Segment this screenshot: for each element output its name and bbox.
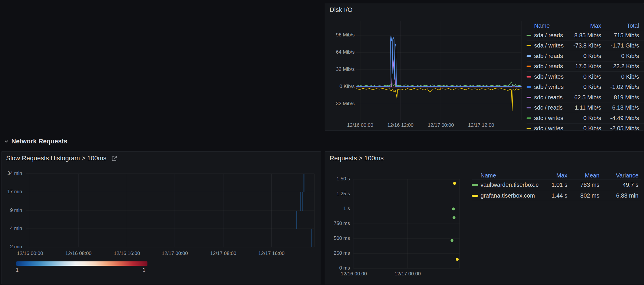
series-max-value: 8.85 Mib/s: [572, 32, 601, 39]
series-total-value: 6.13 Mib/s: [603, 104, 639, 111]
svg-text:12/17 16:00: 12/17 16:00: [258, 251, 285, 256]
series-color-marker: [527, 128, 534, 129]
legend-header-row: NameMaxMeanVariance: [472, 172, 641, 180]
scatter-point[interactable]: [453, 216, 455, 219]
svg-text:12/16 16:00: 12/16 16:00: [114, 251, 140, 256]
heatmap-color-scale: [16, 261, 147, 266]
series-color-marker: [527, 76, 534, 78]
legend-row: sdb / reads17.6 Kib/s22.2 Kib/s: [527, 61, 644, 72]
svg-text:17 min: 17 min: [7, 189, 22, 194]
svg-text:96 Mib/s: 96 Mib/s: [336, 32, 355, 38]
series-max-value: 1.11 Mib/s: [572, 104, 601, 111]
svg-text:12/16 00:00: 12/16 00:00: [17, 251, 43, 256]
series-color-marker: [527, 55, 534, 57]
svg-text:64 Mib/s: 64 Mib/s: [336, 49, 355, 55]
series-total-value: -1.02 Mib/s: [603, 84, 639, 90]
scatter-point[interactable]: [451, 239, 453, 242]
svg-text:500 ms: 500 ms: [334, 235, 350, 241]
series-total-value: 715 Mib/s: [603, 32, 639, 39]
svg-text:1.25 s: 1.25 s: [337, 191, 350, 196]
series-name[interactable]: sdc / reads: [534, 104, 570, 111]
svg-text:12/16 00:00: 12/16 00:00: [347, 122, 373, 128]
series-max-value: 17.6 Kib/s: [572, 63, 601, 70]
series-name[interactable]: sdc / writes: [534, 125, 570, 131]
series-name[interactable]: sdc / writes: [534, 115, 570, 122]
section-title: Network Requests: [11, 138, 67, 145]
legend-row: sda / writes-73.8 Kib/s-1.71 Gib/s: [527, 41, 644, 51]
series-total-value: -1.71 Gib/s: [603, 42, 639, 49]
legend-row: sdc / reads1.11 Mib/s6.13 Mib/s: [527, 103, 644, 113]
heatmap-cell: [300, 192, 301, 211]
series-name[interactable]: sdb / writes: [534, 73, 570, 80]
series-color-marker: [527, 97, 534, 98]
color-scale-min-label: 1: [16, 267, 19, 273]
series-name[interactable]: vaultwarden.tiserbox.com: [481, 182, 539, 188]
svg-text:12/16 00:00: 12/16 00:00: [341, 271, 367, 277]
legend-header-total[interactable]: Total: [603, 22, 639, 29]
requests-legend: NameMaxMeanVariancevaultwarden.tiserbox.…: [472, 172, 641, 201]
legend-header-name[interactable]: Name: [481, 172, 539, 179]
series-line-purple-reads-spike: [356, 56, 521, 87]
legend-row: sdc / writes0 Kib/s-4.49 Mib/s: [527, 113, 644, 124]
series-name[interactable]: grafana.tiserbox.com: [481, 192, 539, 199]
series-max-value: 0 Kib/s: [572, 73, 601, 80]
svg-text:9 min: 9 min: [10, 207, 22, 213]
legend-row: sdb / reads0 Kib/s0 Kib/s: [527, 51, 644, 61]
legend-row: sdc / writes0 Kib/s-2.05 Mib/s: [527, 124, 644, 131]
chevron-down-icon: [4, 139, 9, 144]
series-name[interactable]: sda / writes: [534, 42, 570, 49]
legend-header-name[interactable]: Name: [534, 22, 570, 29]
svg-text:12/17 12:00: 12/17 12:00: [468, 122, 494, 128]
legend-header-max[interactable]: Max: [572, 22, 601, 29]
series-variance-value: 6.83 min: [601, 192, 638, 199]
series-color-marker: [527, 66, 534, 67]
heatmap-cell: [296, 211, 297, 229]
svg-text:750 ms: 750 ms: [334, 221, 350, 226]
series-color-marker: [527, 45, 534, 46]
series-max-value: 1.01 s: [541, 182, 567, 188]
series-color-marker: [472, 195, 481, 197]
legend-header-variance[interactable]: Variance: [601, 172, 638, 179]
heatmap-cell: [302, 192, 303, 211]
series-line-blue-reads-spike: [356, 36, 521, 87]
series-total-value: -2.05 Mib/s: [603, 125, 639, 131]
legend-header-mean[interactable]: Mean: [569, 172, 599, 179]
series-total-value: -4.49 Mib/s: [603, 115, 639, 122]
series-line-green-reads: [356, 82, 521, 86]
section-row-network-requests[interactable]: Network Requests: [4, 138, 67, 145]
series-name[interactable]: sdb / writes: [534, 84, 570, 90]
series-name[interactable]: sdb / reads: [534, 53, 570, 59]
series-max-value: 1.44 s: [541, 192, 567, 199]
series-total-value: 819 Mib/s: [603, 94, 639, 101]
heatmap-cell: [304, 174, 305, 192]
panel-requests: Requests > 100ms 1.50 s1.25 s1 s750 ms50…: [325, 151, 644, 284]
series-name[interactable]: sda / reads: [534, 32, 570, 39]
legend-row: grafana.tiserbox.com1.44 s802 ms6.83 min: [472, 190, 641, 201]
series-max-value: -73.8 Kib/s: [572, 42, 601, 49]
legend-row: sdb / writes0 Kib/s0 Kib/s: [527, 72, 644, 82]
svg-text:32 Mib/s: 32 Mib/s: [336, 66, 355, 72]
series-max-value: 0 Kib/s: [572, 125, 601, 131]
series-name[interactable]: sdb / reads: [534, 63, 570, 70]
series-color-marker: [472, 184, 481, 186]
scatter-point[interactable]: [452, 207, 455, 210]
series-max-value: 0 Kib/s: [572, 84, 601, 90]
series-mean-value: 802 ms: [569, 192, 599, 199]
svg-text:12/17 08:00: 12/17 08:00: [210, 251, 236, 256]
series-color-marker: [527, 35, 534, 36]
series-color-marker: [527, 86, 534, 88]
legend-row: sda / reads8.85 Mib/s715 Mib/s: [527, 30, 644, 41]
series-line-yellow-writes: [356, 88, 521, 111]
heatmap-cell: [311, 229, 312, 247]
scatter-point[interactable]: [453, 182, 456, 185]
legend-header-max[interactable]: Max: [541, 172, 567, 179]
svg-text:0 ms: 0 ms: [339, 265, 350, 271]
series-max-value: 0 Kib/s: [572, 53, 601, 59]
svg-text:4 min: 4 min: [10, 226, 22, 231]
series-total-value: 22.2 Kib/s: [603, 63, 639, 70]
svg-text:12/17 00:00: 12/17 00:00: [162, 251, 188, 256]
scatter-point[interactable]: [456, 258, 459, 261]
legend-row: sdb / writes0 Kib/s-1.02 Mib/s: [527, 82, 644, 93]
series-name[interactable]: sdc / reads: [534, 94, 570, 101]
series-mean-value: 783 ms: [569, 182, 599, 188]
